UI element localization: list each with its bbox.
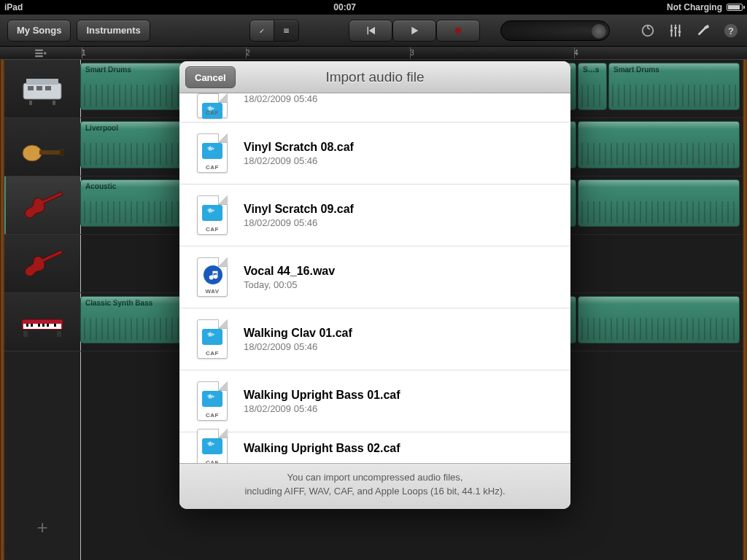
- track-header[interactable]: [4, 176, 80, 235]
- import-audio-modal: Cancel Import audio file CAF18/02/2009 0…: [179, 61, 570, 509]
- file-name: Walking Upright Bass 01.caf: [244, 389, 400, 402]
- drum-machine-icon: [17, 71, 68, 107]
- file-date: Today, 00:05: [244, 279, 335, 290]
- track-header[interactable]: [4, 60, 80, 118]
- svg-point-0: [454, 27, 461, 34]
- file-date: 18/02/2009 05:46: [244, 403, 400, 414]
- keyboard-icon: [17, 304, 68, 341]
- file-row[interactable]: CAFWalking Upright Bass 01.caf18/02/2009…: [179, 370, 570, 432]
- file-name: Vinyl Scratch 08.caf: [244, 141, 354, 154]
- svg-point-4: [678, 31, 681, 34]
- footer-line-2: including AIFF, WAV, CAF, and Apple Loop…: [194, 485, 556, 499]
- mixer-icon[interactable]: [667, 22, 684, 39]
- main-toolbar: My Songs Instruments ?: [0, 15, 747, 47]
- audio-region[interactable]: [578, 296, 740, 343]
- ruler-mark: 3: [410, 49, 574, 57]
- file-row[interactable]: CAF18/02/2009 05:46: [179, 93, 570, 122]
- audio-region[interactable]: S…s: [578, 63, 607, 110]
- tracks-view-button[interactable]: [274, 20, 299, 42]
- file-row[interactable]: CAFVinyl Scratch 09.caf18/02/2009 05:46: [179, 184, 570, 246]
- track-headers: +: [4, 60, 80, 560]
- ios-statusbar: iPad 00:07 Not Charging: [0, 0, 747, 15]
- file-type-icon: CAF: [197, 133, 228, 173]
- track-header[interactable]: [4, 293, 80, 351]
- statusbar-device: iPad: [4, 2, 23, 12]
- play-button[interactable]: [392, 20, 436, 42]
- modal-title: Import audio file: [325, 69, 424, 85]
- rewind-button[interactable]: [349, 20, 392, 42]
- battery-icon: [727, 4, 743, 11]
- audio-region[interactable]: [578, 179, 740, 227]
- ruler-mark: 1: [82, 49, 246, 57]
- guitar-view-button[interactable]: [249, 20, 274, 42]
- settings-icon[interactable]: [694, 22, 712, 39]
- footer-line-1: You can import uncompressed audio files,: [194, 471, 556, 485]
- svg-point-2: [670, 29, 673, 32]
- modal-header: Cancel Import audio file: [179, 61, 570, 93]
- lcd-display[interactable]: [500, 20, 610, 41]
- file-name: Vinyl Scratch 09.caf: [244, 203, 354, 216]
- my-songs-button[interactable]: My Songs: [7, 20, 71, 42]
- statusbar-time: 00:07: [23, 2, 667, 12]
- file-type-icon: CAF: [197, 429, 228, 464]
- track-add-icon[interactable]: [34, 47, 47, 60]
- file-row[interactable]: WAVVocal 44_16.wavToday, 00:05: [179, 246, 570, 308]
- file-name: Walking Clav 01.caf: [244, 327, 352, 340]
- file-row[interactable]: CAFVinyl Scratch 08.caf18/02/2009 05:46: [179, 122, 570, 184]
- transport-controls: [349, 20, 480, 42]
- cancel-button[interactable]: Cancel: [185, 66, 236, 88]
- file-name: Vocal 44_16.wav: [244, 265, 335, 278]
- instruments-button[interactable]: Instruments: [77, 20, 150, 42]
- file-row[interactable]: CAFWalking Clav 01.caf18/02/2009 05:46: [179, 308, 570, 370]
- ruler-mark: 4: [574, 49, 738, 57]
- file-date: 18/02/2009 05:46: [244, 217, 354, 228]
- file-list[interactable]: CAF18/02/2009 05:46CAFVinyl Scratch 08.c…: [179, 93, 570, 463]
- file-date: 18/02/2009 05:46: [244, 155, 354, 166]
- bass-guitar-icon: [17, 129, 68, 166]
- audio-region[interactable]: Smart Drums: [608, 63, 740, 110]
- file-type-icon: CAF: [197, 93, 228, 118]
- audio-region[interactable]: [578, 121, 740, 168]
- svg-point-3: [674, 26, 677, 29]
- timeline-ruler[interactable]: 1234: [0, 47, 747, 60]
- modal-footer: You can import uncompressed audio files,…: [179, 463, 570, 509]
- red-guitar-icon: [17, 246, 68, 282]
- view-segmented: [249, 20, 299, 42]
- statusbar-charging: Not Charging: [667, 2, 722, 12]
- track-header[interactable]: [4, 235, 80, 293]
- track-header[interactable]: [4, 118, 80, 176]
- svg-text:?: ?: [728, 25, 734, 36]
- file-type-icon: CAF: [197, 381, 228, 421]
- ruler-mark: 2: [246, 49, 410, 57]
- file-date: 18/02/2009 05:46: [244, 341, 352, 352]
- file-type-icon: WAV: [197, 257, 228, 297]
- file-type-icon: CAF: [197, 195, 228, 235]
- loop-browser-icon[interactable]: [639, 22, 657, 39]
- file-name: Walking Upright Bass 02.caf: [244, 442, 400, 455]
- file-row[interactable]: CAFWalking Upright Bass 02.caf: [179, 432, 570, 463]
- help-icon[interactable]: ?: [722, 22, 740, 39]
- record-button[interactable]: [436, 20, 480, 42]
- red-guitar-icon: [17, 187, 68, 224]
- file-date: 18/02/2009 05:46: [244, 93, 317, 104]
- add-track-button[interactable]: +: [33, 519, 52, 538]
- wood-edge-right: [743, 60, 747, 560]
- file-type-icon: CAF: [197, 319, 228, 359]
